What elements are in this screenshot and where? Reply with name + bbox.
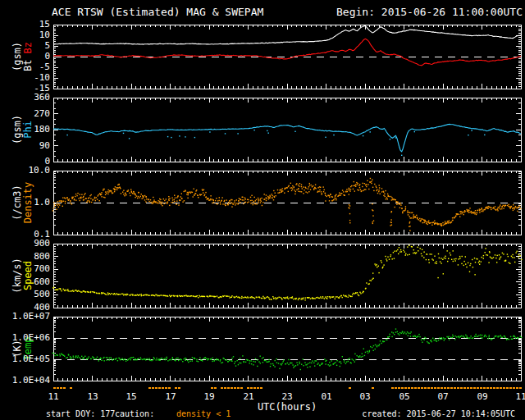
panel-speed <box>52 244 522 308</box>
y-tick-label: 900 <box>0 239 50 249</box>
x-tick-label: 07 <box>431 392 455 402</box>
y-tick-label: 10.0 <box>0 166 50 176</box>
x-axis-label: UTC(hours) <box>238 401 336 413</box>
x-tick-label: 11 <box>509 392 525 402</box>
x-tick-label: 19 <box>197 392 221 402</box>
y-tick-label: 5 <box>0 41 50 51</box>
x-tick-label: 11 <box>41 392 66 402</box>
y-axis-label-temp: (K)Temp <box>12 317 34 381</box>
y-tick-label: 1.0E+07 <box>0 312 50 322</box>
x-tick-label: 03 <box>353 392 377 402</box>
caution-label: caution: <box>115 409 154 418</box>
y-tick-label: 800 <box>0 252 50 262</box>
created-timestamp: created: 2015-06-27 10:14:05UTC <box>362 409 515 418</box>
y-tick-label: -5 <box>0 62 50 72</box>
y-tick-label: 180 <box>0 125 50 135</box>
y-tick-label: 1.0 <box>0 198 50 208</box>
panel-bt-bz <box>53 25 521 89</box>
y-tick-label: 500 <box>0 290 50 299</box>
y-tick-label: 1.0E+05 <box>0 354 50 364</box>
x-tick-label: 09 <box>470 392 495 402</box>
y-tick-label: 600 <box>0 277 50 287</box>
y-tick-label: 15 <box>0 20 50 30</box>
y-tick-label: 1.0E+06 <box>0 333 50 343</box>
y-tick-label: 270 <box>0 109 50 119</box>
start-doy-text: start DOY: 177 <box>46 409 115 418</box>
panel-density <box>52 171 522 235</box>
y-tick-label: 10 <box>0 30 50 40</box>
panel-temp <box>52 317 523 381</box>
y-tick-label: 360 <box>0 93 50 103</box>
x-tick-label: 15 <box>119 392 144 402</box>
x-tick-label: 05 <box>392 392 417 402</box>
caution-value: density < 1 <box>176 409 231 418</box>
plot-svg <box>0 0 525 420</box>
y-tick-label: 1.0E+04 <box>0 376 50 386</box>
y-tick-label: 700 <box>0 264 50 274</box>
x-tick-label: 17 <box>158 392 183 402</box>
panel-phi <box>53 98 521 162</box>
ace-rtsw-plot: ACE RTSW (Estimated) MAG & SWEPAM Begin:… <box>0 0 525 420</box>
y-tick-label: 0 <box>0 52 50 62</box>
x-tick-label: 13 <box>80 392 105 402</box>
y-tick-label: 90 <box>0 141 50 151</box>
plot-canvas <box>0 0 525 420</box>
y-axis-name: Temp <box>23 317 34 381</box>
y-tick-label: -10 <box>0 73 50 83</box>
